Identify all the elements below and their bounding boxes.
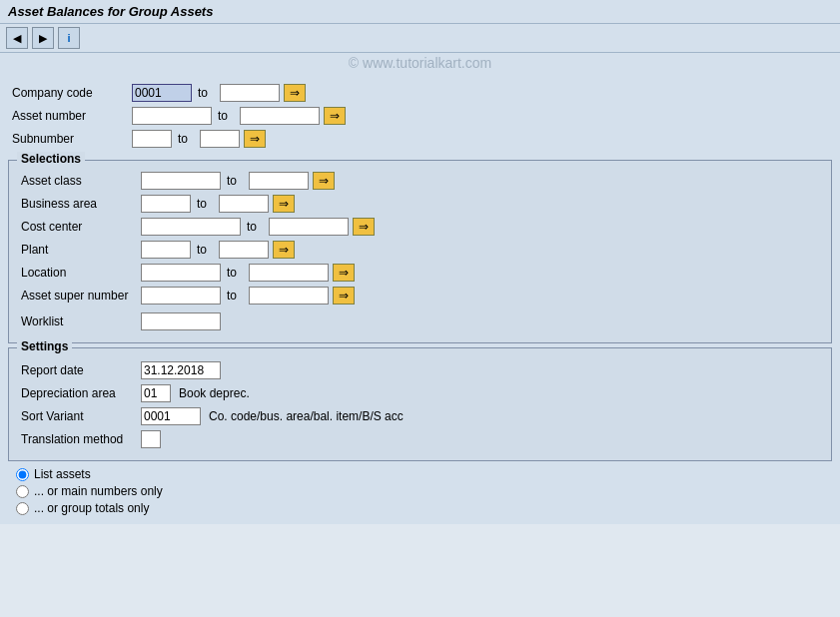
forward-icon[interactable]: ▶ bbox=[32, 27, 54, 49]
asset-number-row: Asset number to ⇒ bbox=[8, 106, 832, 126]
translation-method-row: Translation method bbox=[17, 429, 823, 449]
group-totals-label: ... or group totals only bbox=[34, 501, 149, 515]
group-totals-radio[interactable] bbox=[16, 502, 29, 515]
list-assets-radio-row: List assets bbox=[12, 467, 832, 481]
location-row: Location to ⇒ bbox=[17, 263, 823, 283]
report-date-input[interactable] bbox=[141, 361, 221, 379]
worklist-input[interactable] bbox=[141, 312, 221, 330]
report-date-label: Report date bbox=[21, 363, 141, 377]
plant-arrow-btn[interactable]: ⇒ bbox=[273, 241, 295, 259]
asset-number-from-input[interactable] bbox=[132, 107, 212, 125]
asset-super-number-from-input[interactable] bbox=[141, 287, 221, 305]
selections-title: Selections bbox=[17, 152, 85, 166]
sort-variant-row: Sort Variant Co. code/bus. area/bal. ite… bbox=[17, 406, 823, 426]
sort-variant-input[interactable] bbox=[141, 407, 201, 425]
business-area-to-input[interactable] bbox=[219, 195, 269, 213]
subnumber-arrow-btn[interactable]: ⇒ bbox=[244, 130, 266, 148]
asset-super-number-to-label: to bbox=[227, 289, 243, 303]
asset-class-label: Asset class bbox=[21, 174, 141, 188]
cost-center-to-label: to bbox=[247, 220, 263, 234]
location-from-input[interactable] bbox=[141, 264, 221, 282]
depreciation-area-input[interactable] bbox=[141, 384, 171, 402]
plant-row: Plant to ⇒ bbox=[17, 240, 823, 260]
location-arrow-btn[interactable]: ⇒ bbox=[333, 264, 355, 282]
sort-variant-desc: Co. code/bus. area/bal. item/B/S acc bbox=[209, 409, 404, 423]
company-code-to-input[interactable] bbox=[220, 84, 280, 102]
asset-super-number-label: Asset super number bbox=[21, 289, 141, 303]
settings-title: Settings bbox=[17, 339, 72, 353]
report-date-row: Report date bbox=[17, 360, 823, 380]
location-to-label: to bbox=[227, 266, 243, 280]
asset-number-to-input[interactable] bbox=[240, 107, 320, 125]
company-code-to-label: to bbox=[198, 86, 214, 100]
translation-method-input[interactable] bbox=[141, 430, 161, 448]
watermark: © www.tutorialkart.com bbox=[0, 53, 840, 73]
cost-center-arrow-btn[interactable]: ⇒ bbox=[353, 218, 375, 236]
business-area-to-label: to bbox=[197, 197, 213, 211]
asset-number-arrow-btn[interactable]: ⇒ bbox=[324, 107, 346, 125]
cost-center-to-input[interactable] bbox=[269, 218, 349, 236]
depreciation-area-label: Depreciation area bbox=[21, 386, 141, 400]
back-icon[interactable]: ◀ bbox=[6, 27, 28, 49]
asset-super-number-arrow-btn[interactable]: ⇒ bbox=[333, 287, 355, 305]
location-label: Location bbox=[21, 266, 141, 280]
worklist-row: Worklist bbox=[17, 311, 823, 331]
settings-inner: Report date Depreciation area Book depre… bbox=[17, 360, 823, 449]
main-numbers-radio[interactable] bbox=[16, 485, 29, 498]
asset-number-label: Asset number bbox=[12, 109, 132, 123]
plant-to-label: to bbox=[197, 243, 213, 257]
location-to-input[interactable] bbox=[249, 264, 329, 282]
asset-class-arrow-btn[interactable]: ⇒ bbox=[313, 172, 335, 190]
worklist-label: Worklist bbox=[21, 314, 141, 328]
company-code-arrow-btn[interactable]: ⇒ bbox=[284, 84, 306, 102]
list-assets-label: List assets bbox=[34, 467, 91, 481]
cost-center-row: Cost center to ⇒ bbox=[17, 217, 823, 237]
main-numbers-label: ... or main numbers only bbox=[34, 484, 163, 498]
page-title: Asset Balances for Group Assets bbox=[8, 4, 213, 19]
plant-to-input[interactable] bbox=[219, 241, 269, 259]
settings-group: Settings Report date Depreciation area B… bbox=[8, 347, 832, 461]
company-code-label: Company code bbox=[12, 86, 132, 100]
cost-center-from-input[interactable] bbox=[141, 218, 241, 236]
cost-center-label: Cost center bbox=[21, 220, 141, 234]
title-bar: Asset Balances for Group Assets bbox=[0, 0, 840, 24]
asset-class-from-input[interactable] bbox=[141, 172, 221, 190]
asset-class-to-label: to bbox=[227, 174, 243, 188]
info-icon[interactable]: i bbox=[58, 27, 80, 49]
subnumber-label: Subnumber bbox=[12, 132, 132, 146]
main-content: Company code to ⇒ Asset number to ⇒ Subn… bbox=[0, 73, 840, 524]
selections-inner: Asset class to ⇒ Business area to ⇒ Cost… bbox=[17, 171, 823, 331]
depreciation-area-desc: Book deprec. bbox=[179, 386, 250, 400]
sort-variant-label: Sort Variant bbox=[21, 409, 141, 423]
plant-from-input[interactable] bbox=[141, 241, 191, 259]
business-area-label: Business area bbox=[21, 197, 141, 211]
translation-method-label: Translation method bbox=[21, 432, 141, 446]
list-assets-radio[interactable] bbox=[16, 468, 29, 481]
business-area-from-input[interactable] bbox=[141, 195, 191, 213]
subnumber-to-input[interactable] bbox=[200, 130, 240, 148]
subnumber-row: Subnumber to ⇒ bbox=[8, 129, 832, 149]
company-code-row: Company code to ⇒ bbox=[8, 83, 832, 103]
asset-number-to-label: to bbox=[218, 109, 234, 123]
business-area-arrow-btn[interactable]: ⇒ bbox=[273, 195, 295, 213]
asset-class-row: Asset class to ⇒ bbox=[17, 171, 823, 191]
toolbar: ◀ ▶ i bbox=[0, 24, 840, 53]
radio-options-section: List assets ... or main numbers only ...… bbox=[8, 467, 832, 515]
selections-group: Selections Asset class to ⇒ Business are… bbox=[8, 160, 832, 343]
asset-super-number-to-input[interactable] bbox=[249, 287, 329, 305]
main-numbers-radio-row: ... or main numbers only bbox=[12, 484, 832, 498]
depreciation-area-row: Depreciation area Book deprec. bbox=[17, 383, 823, 403]
plant-label: Plant bbox=[21, 243, 141, 257]
asset-super-number-row: Asset super number to ⇒ bbox=[17, 286, 823, 306]
top-form-section: Company code to ⇒ Asset number to ⇒ Subn… bbox=[8, 79, 832, 156]
company-code-from-input[interactable] bbox=[132, 84, 192, 102]
business-area-row: Business area to ⇒ bbox=[17, 194, 823, 214]
subnumber-to-label: to bbox=[178, 132, 194, 146]
subnumber-from-input[interactable] bbox=[132, 130, 172, 148]
group-totals-radio-row: ... or group totals only bbox=[12, 501, 832, 515]
asset-class-to-input[interactable] bbox=[249, 172, 309, 190]
